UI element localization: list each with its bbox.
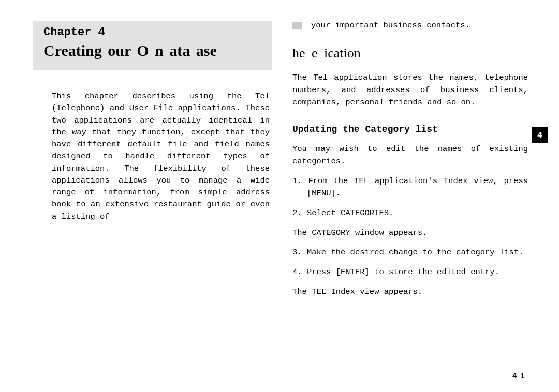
step-4: 4. Press [ENTER] to store the edited ent… xyxy=(292,266,528,278)
step-2-text: 2. Select CATEGORIES. xyxy=(292,207,528,219)
step-2: 2. Select CATEGORIES. xyxy=(292,207,528,219)
continuation-text: your important business contacts. xyxy=(311,21,470,30)
continuation-line: your important business contacts. xyxy=(292,21,528,30)
chapter-title: Creating our O n ata ase xyxy=(43,42,261,59)
chapter-tab: 4 xyxy=(532,127,548,143)
two-column-layout: Chapter 4 Creating our O n ata ase This … xyxy=(36,21,528,305)
right-column: your important business contacts. he e i… xyxy=(292,21,528,305)
chapter-banner: Chapter 4 Creating our O n ata ase xyxy=(33,21,272,70)
step-3: 3. Make the desired change to the catego… xyxy=(292,246,528,259)
chapter-intro-paragraph: This chapter describes using the Tel (Te… xyxy=(36,91,272,223)
chapter-label: Chapter 4 xyxy=(43,26,261,39)
subsection-heading: Updating the Category list xyxy=(292,124,528,134)
continuation-bar-icon xyxy=(292,22,302,29)
step-4-result: The TEL Index view appears. xyxy=(292,285,528,298)
step-4-text: 4. Press [ENTER] to store the edited ent… xyxy=(292,266,528,278)
left-column: Chapter 4 Creating our O n ata ase This … xyxy=(36,21,272,305)
step-3-text: 3. Make the desired change to the catego… xyxy=(292,246,528,259)
step-1-text: 1. From the TEL application's Index view… xyxy=(292,175,528,200)
tel-intro-paragraph: The Tel application stores the names, te… xyxy=(292,71,528,109)
step-2-result: The CATEGORY window appears. xyxy=(292,227,528,239)
chapter-tab-number: 4 xyxy=(537,130,542,140)
step-1: 1. From the TEL application's Index view… xyxy=(292,175,528,200)
subsection-intro: You may wish to edit the names of existi… xyxy=(292,143,528,168)
document-page: Chapter 4 Creating our O n ata ase This … xyxy=(0,0,559,392)
section-heading: he e ication xyxy=(292,46,528,61)
page-number: 41 xyxy=(512,372,528,381)
